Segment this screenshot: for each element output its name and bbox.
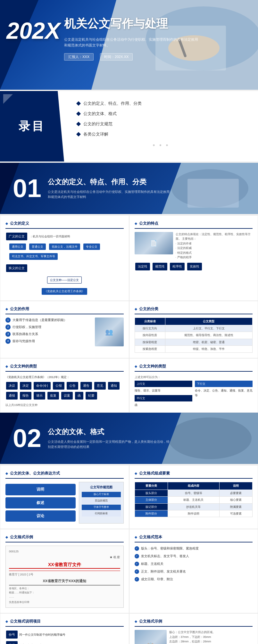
panel-style-content: 说明 叙述 议论 公文写作规范图 版心尺寸标准 页边距规范 字体字号要求 行间距…	[5, 482, 124, 524]
fnt-text5: 成文日期、印章、附注	[141, 576, 173, 582]
features-tags: 法定性 规范性 程序性 实效性	[135, 262, 253, 271]
section1-desc: 公文是法定机关与社会组织在公务活动中为行使职权、实施管理而制作的具有法定效用和规…	[48, 189, 170, 200]
panel-doc-example2-title: 公文格式范本	[135, 534, 253, 542]
flow-shuoming: 说明	[5, 484, 76, 495]
def-node1: 通用公文	[9, 244, 26, 250]
toc-item-1: 公文的定义、特点、作用、分类	[77, 101, 245, 106]
section1-number: 01	[13, 176, 41, 201]
fn-tag1: 份号	[6, 631, 18, 639]
type3: 命令(令)	[34, 382, 51, 390]
section2-title: 公文的文体、格式	[48, 427, 170, 437]
doc-num: 000125	[9, 549, 120, 554]
panel-types2-content: 上述文种可以分为： 上行文 报告、请示、议案等 平行文 函 下行文 命令、决定、…	[135, 375, 253, 408]
type10: 报告	[20, 392, 31, 400]
slide-section2-header: 02 公文的文体、格式 公文活动是人类社会发展到一定阶段和一定文明程度的产物，是…	[0, 413, 258, 464]
fn-tag2: 密级	[6, 641, 18, 644]
func-item3: 3 联系协调各方关系	[5, 332, 92, 337]
fmt-ex2-text: 版心：公文中文字图片所占的区域。 上边距：37mm，下边距：35mm 左边距：2…	[169, 630, 253, 644]
toc-right: 公文的定义、特点、作用、分类 公文的文体、格式 公文的行文规范 各类公文详解 •…	[64, 91, 258, 161]
feat-tag3: 程序性	[170, 263, 185, 270]
doc-star: ★ 机 密	[9, 555, 120, 559]
fnt-text4: 正文、附件说明、发文机关署名	[141, 569, 186, 574]
content-row3: 公文文种的类型 《党政机关公文处理工作条例》（2012年）规定： 决议 决定 命…	[0, 358, 258, 413]
style-layout: 说明 叙述 议论 公文写作规范图 版心尺寸标准 页边距规范 字体字号要求 行间距…	[5, 482, 124, 524]
func-text4: 留存与凭据作用	[12, 339, 35, 344]
def-box2: 狭义的公文	[6, 264, 27, 272]
types2-text2: 函	[135, 403, 192, 407]
style-diag-title: 公文写作规范图	[82, 485, 121, 490]
toc-diamond-2	[76, 111, 81, 116]
panel-doc-example1-title: 公文格式示例	[5, 534, 124, 542]
hero-triangle	[0, 0, 38, 90]
func-num4: 4	[5, 339, 11, 344]
panel-features-content: 📄 公文的特点体现在：法定性、规范性、程序性、实效性等方面。 主要包括： · 法…	[135, 232, 253, 271]
fnt-text3: 标题、主送机关	[141, 561, 163, 567]
fnt3: ✓ 标题、主送机关	[135, 561, 253, 567]
section1-photo	[162, 163, 258, 214]
panel-format-req: 公文格式组成要素 要素分类 组成内容 说明 版头部分 份号、密级等 必要要素 主…	[129, 466, 258, 529]
fnt-text2: 发文机关标志、发文字号、签发人	[141, 553, 189, 559]
diag-item2: 页边距规范	[82, 498, 121, 504]
fn-row2: 密级 绝密、机密、秘密	[5, 640, 124, 644]
def-node3: 党政公文，法规文件	[49, 244, 80, 250]
freq-td10: 附件部分	[135, 510, 168, 517]
freq-td3: 必要要素	[219, 490, 253, 496]
def-node4: 专业公文	[83, 244, 100, 250]
panel-features: 公文的特点 📄 公文的特点体现在：法定性、规范性、程序性、实效性等方面。 主要包…	[129, 216, 258, 301]
panel-format-notes-content: 份号 同一件公文印制若干份时的顺序编号 密级 绝密、机密、秘密 紧急程度 特提、…	[5, 630, 124, 644]
freq-td6: 核心要素	[219, 497, 253, 503]
fnt2: ✓ 发文机关标志、发文字号、签发人	[135, 553, 253, 559]
hero-time: 时间：202X.XX	[100, 53, 133, 61]
toc-item-3: 公文的行文规范	[77, 121, 245, 127]
check5: ✓	[135, 577, 139, 582]
class-th2: 公文类型	[165, 318, 252, 325]
feat-tag4: 实效性	[187, 263, 202, 270]
doc-line2	[9, 585, 120, 585]
svg-point-9	[168, 417, 252, 459]
type11: 请示	[34, 392, 45, 400]
freq-td1: 版头部分	[135, 490, 168, 496]
panel-format-example2-content: 📋 版心：公文中文字图片所占的区域。 上边距：37mm，下边距：35mm 左边距…	[135, 630, 253, 644]
hero-reporter: 汇报人：XXX	[64, 53, 94, 61]
svg-rect-7	[187, 179, 239, 208]
flow-yilun: 议论	[5, 510, 76, 522]
type14: 函	[75, 392, 83, 400]
doc-ex1: 000125 ★ 机 密 XX省教育厅文件 教育厅 [ 2023 ] 2号 XX…	[5, 546, 124, 608]
types2-head1: 上行文	[135, 381, 192, 387]
check3: ✓	[135, 562, 139, 566]
panel-format-notes: 公文格式说明项目 份号 同一件公文印制若干份时的顺序编号 密级 绝密、机密、秘密…	[0, 614, 129, 644]
class-td8: 特提、特急、加急、平件	[165, 346, 252, 352]
doc-footer: 负责选发单位印章	[9, 600, 120, 605]
panel-types-content: 《党政机关公文处理工作条例》（2012年）规定： 决议 决定 命令(令) 公报 …	[5, 375, 124, 408]
types2-caption: 上述文种可以分为：	[135, 375, 253, 379]
panel-style-title: 公文的文体、公文的表达方式	[5, 471, 124, 479]
freq-td9: 附属要素	[219, 503, 253, 510]
section1-text: 公文的定义、特点、作用、分类 公文是法定机关与社会组织在公务活动中为行使职权、实…	[48, 177, 170, 200]
panel-format-req-content: 要素分类 组成内容 说明 版头部分 份号、密级等 必要要素 主体部分 标题、主送…	[135, 482, 253, 517]
slide-hero: 202X 机关公文写作与处理 公文是法定机关与社会组织在公务活动中为行使职权、实…	[0, 0, 258, 90]
flow-xushu: 叙述	[5, 497, 76, 508]
check4: ✓	[135, 569, 139, 574]
panel-classification-title: 公文的分类	[135, 306, 253, 314]
hero-year: 202X	[6, 19, 60, 42]
type6: 通告	[80, 382, 92, 390]
content-row2: 公文的作用 1 大量用于传递信息（是最重要的职能） 2 行使职权，实施管理 3 …	[0, 301, 258, 358]
hero-title: 机关公文写作与处理	[64, 16, 199, 32]
types2-text1: 报告、请示、议案等	[135, 388, 192, 393]
fnt4: ✓ 正文、附件说明、发文机关署名	[135, 569, 253, 574]
toc-item-2: 公文的文体、格式	[77, 111, 245, 117]
classification-table: 分类标准 公文类型 按行文方向 上行文、平行文、下行文 按内容性质 规范性、领导…	[135, 318, 253, 353]
types2-text3: 命令、决定、公告、通知、通报、批复、意见等	[195, 388, 253, 398]
panel-doc-example2: 公文格式范本 ✓ 版头：份号、密级和保密期限、紧急程度 ✓ 发文机关标志、发文字…	[129, 529, 258, 613]
diag-item1: 版心尺寸标准	[82, 492, 121, 497]
panel-definition: 公文的定义 广义的公文 ：机关与社会组织一切书面材料 通用公文 普通公文 党政公…	[0, 216, 129, 301]
fnt5: ✓ 成文日期、印章、附注	[135, 576, 253, 582]
type4: 公报	[53, 382, 64, 390]
type7: 意见	[94, 382, 106, 390]
section2-content: 02 公文的文体、格式 公文活动是人类社会发展到一定阶段和一定文明程度的产物，是…	[13, 425, 170, 451]
func-num2: 2	[5, 325, 11, 330]
toc-diamond-3	[76, 122, 81, 126]
type13: 议案	[61, 392, 73, 400]
format-req-table: 要素分类 组成内容 说明 版头部分 份号、密级等 必要要素 主体部分 标题、主送…	[135, 482, 253, 517]
type15: 纪要	[86, 392, 97, 400]
